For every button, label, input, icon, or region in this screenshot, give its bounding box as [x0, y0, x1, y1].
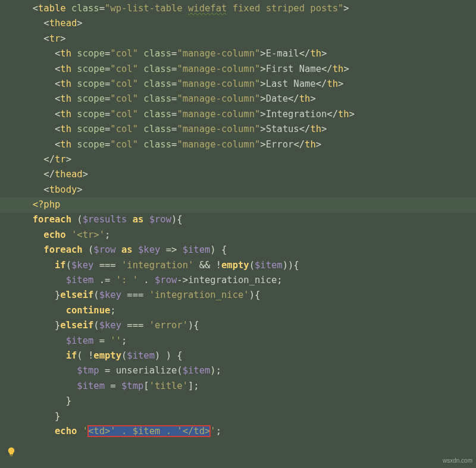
code-line[interactable]: $item = $tmp['title']; [21, 379, 355, 394]
code-line[interactable]: <th scope="col" class="manage-column">In… [21, 107, 355, 122]
code-line[interactable]: continue; [21, 303, 355, 318]
code-line[interactable]: <th scope="col" class="manage-column">Da… [21, 92, 355, 106]
gutter [0, 0, 21, 468]
code-line[interactable]: <th scope="col" class="manage-column">E-… [21, 46, 355, 61]
code-line[interactable]: </thead> [21, 167, 355, 182]
code-line[interactable]: } [21, 394, 355, 409]
code-line[interactable]: if( !empty($item) ) { [21, 348, 355, 363]
code-line[interactable]: <th scope="col" class="manage-column">La… [21, 77, 355, 92]
code-line[interactable]: <?php [21, 197, 355, 212]
code-line[interactable]: <tbody> [21, 183, 355, 197]
code-line[interactable]: $item = ''; [21, 334, 355, 348]
watermark: wsxdn.com [443, 456, 472, 466]
lightbulb-icon[interactable] [6, 447, 17, 457]
code-line[interactable]: <th scope="col" class="manage-column">St… [21, 122, 355, 137]
code-line[interactable]: foreach ($row as $key => $item) { [21, 243, 355, 257]
fold-column [7, 1, 13, 439]
code-line[interactable]: echo '<tr>'; [21, 228, 355, 243]
code-line[interactable]: <table class="wp-list-table widefat fixe… [21, 1, 355, 16]
code-line[interactable]: echo '<td>' . $item . '</td>'; [21, 424, 355, 439]
code-line[interactable]: </tr> [21, 152, 355, 167]
code-area[interactable]: <table class="wp-list-table widefat fixe… [21, 1, 355, 439]
code-line[interactable]: } [21, 409, 355, 424]
code-line[interactable]: $tmp = unserialize($item); [21, 363, 355, 378]
code-line[interactable]: $item .= ': ' . $row->integration_nice; [21, 273, 355, 288]
code-editor[interactable]: <table class="wp-list-table widefat fixe… [0, 0, 476, 468]
code-line[interactable]: <th scope="col" class="manage-column">Er… [21, 137, 355, 152]
code-line[interactable]: <thead> [21, 16, 355, 31]
code-line[interactable]: }elseif($key === 'integration_nice'){ [21, 288, 355, 303]
selection[interactable]: <td>' . $item . '</td> [88, 426, 210, 436]
code-line[interactable]: <th scope="col" class="manage-column">Fi… [21, 62, 355, 77]
code-line[interactable]: foreach ($results as $row){ [21, 212, 355, 227]
code-line[interactable]: }elseif($key === 'error'){ [21, 318, 355, 333]
code-line[interactable]: if($key === 'integration' && !empty($ite… [21, 258, 355, 273]
code-line[interactable]: <tr> [21, 32, 355, 46]
